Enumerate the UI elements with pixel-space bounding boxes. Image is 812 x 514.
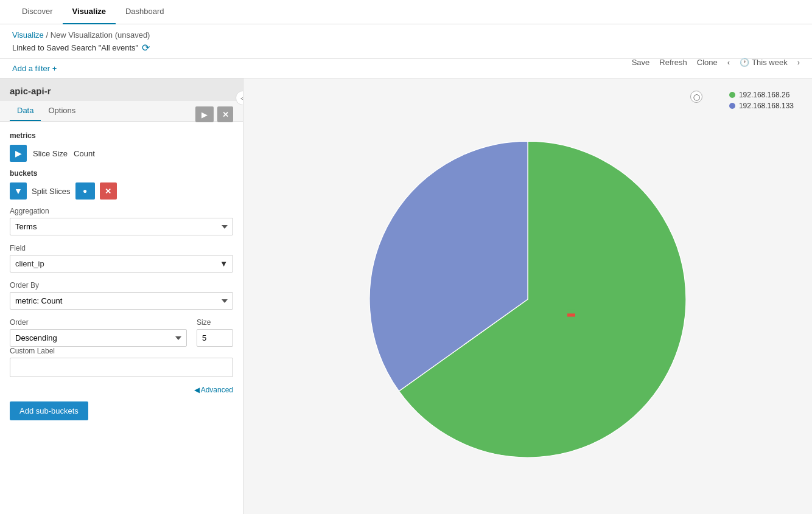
legend-item-2[interactable]: 192.168.168.133 <box>729 102 794 110</box>
clone-button[interactable]: Clone <box>697 58 718 67</box>
close-panel-button[interactable]: ✕ <box>217 106 233 122</box>
panel-tabs: Data Options ▶ ✕ <box>0 101 243 122</box>
metric-expand-button[interactable]: ▶ <box>10 145 27 162</box>
run-button[interactable]: ▶ <box>195 106 214 122</box>
field-value: client_ip <box>15 259 44 268</box>
advanced-chevron: ◀ <box>194 386 200 394</box>
order-label: Order <box>10 318 187 327</box>
delete-bucket-button[interactable]: ✕ <box>100 182 117 200</box>
custom-label-input[interactable] <box>10 358 233 377</box>
pie-chart-container <box>351 123 704 476</box>
split-expand-button[interactable]: ▼ <box>10 182 27 200</box>
order-by-select[interactable]: metric: Count <box>10 292 233 310</box>
main-layout: apic-api-r Data Options ▶ ✕ metrics ▶ Sl… <box>0 78 812 514</box>
field-label: Field <box>10 244 233 252</box>
size-label: Size <box>197 318 233 327</box>
top-nav: Discover Visualize Dashboard <box>0 0 812 24</box>
time-range-icon: 🕐 <box>740 58 749 67</box>
aggregation-label: Aggregation <box>10 207 233 215</box>
link-search-icon[interactable]: ⟳ <box>142 42 150 54</box>
legend-label-1: 192.168.168.26 <box>739 91 789 99</box>
tab-data[interactable]: Data <box>10 101 41 121</box>
panel-content: metrics ▶ Slice Size Count buckets ▼ Spl… <box>0 122 243 430</box>
breadcrumb-link[interactable]: Visualize <box>12 30 44 40</box>
count-label: Count <box>74 149 95 158</box>
eye-toggle-button[interactable]: ● <box>75 182 95 200</box>
split-row: ▼ Split Slices ● ✕ <box>10 182 233 200</box>
tab-options[interactable]: Options <box>41 101 83 121</box>
time-range-label: This week <box>752 58 788 67</box>
breadcrumb: Visualize / New Visualization (unsaved) <box>12 30 800 40</box>
slice-size-label: Slice Size <box>33 149 68 158</box>
legend-options-icon[interactable]: ◯ <box>690 91 702 103</box>
split-slices-label: Split Slices <box>32 187 71 196</box>
order-select[interactable]: Descending Ascending <box>10 329 187 347</box>
advanced-label: Advanced <box>201 386 233 394</box>
header-area: Visualize / New Visualization (unsaved) … <box>0 24 812 59</box>
time-prev-button[interactable]: ‹ <box>727 58 730 67</box>
page-title: New Visualization (unsaved) <box>51 30 150 40</box>
advanced-link[interactable]: ◀ Advanced <box>10 386 233 394</box>
metric-row: ▶ Slice Size Count <box>10 145 233 162</box>
legend-label-2: 192.168.168.133 <box>739 102 794 110</box>
nav-item-discover[interactable]: Discover <box>12 0 63 24</box>
linked-search-text: Linked to Saved Search "All events" <box>12 43 138 52</box>
panel-title: apic-api-r <box>0 78 243 101</box>
aggregation-select[interactable]: Terms Filters <box>10 218 233 235</box>
legend-dot-1 <box>729 92 735 98</box>
linked-search: Linked to Saved Search "All events" ⟳ <box>12 42 800 54</box>
size-group: Size <box>197 318 233 347</box>
field-group: Field client_ip ▼ <box>10 244 233 273</box>
order-by-group: Order By metric: Count <box>10 281 233 310</box>
order-by-label: Order By <box>10 281 233 290</box>
order-size-row: Order Descending Ascending Size <box>10 318 233 347</box>
panel-actions: ▶ ✕ <box>195 106 233 122</box>
time-next-button[interactable]: › <box>797 58 800 67</box>
metrics-label: metrics <box>10 131 233 140</box>
field-dropdown-icon: ▼ <box>220 259 228 268</box>
add-sub-buckets-button[interactable]: Add sub-buckets <box>10 401 88 420</box>
buckets-label: buckets <box>10 169 233 178</box>
nav-item-visualize[interactable]: Visualize <box>63 0 116 24</box>
pie-chart <box>369 141 686 457</box>
header-actions: Save Refresh Clone ‹ 🕐 This week › <box>632 58 800 67</box>
breadcrumb-separator: / <box>46 30 50 40</box>
field-select[interactable]: client_ip ▼ <box>10 255 233 273</box>
legend-dot-2 <box>729 103 735 109</box>
aggregation-group: Aggregation Terms Filters <box>10 207 233 235</box>
refresh-button[interactable]: Refresh <box>659 58 687 67</box>
left-panel: apic-api-r Data Options ▶ ✕ metrics ▶ Sl… <box>0 78 243 514</box>
save-button[interactable]: Save <box>632 58 650 67</box>
nav-item-dashboard[interactable]: Dashboard <box>116 0 174 24</box>
custom-label-group: Custom Label <box>10 347 233 377</box>
legend-item-1[interactable]: 192.168.168.26 <box>729 91 794 99</box>
legend: 192.168.168.26 192.168.168.133 <box>729 91 794 113</box>
viz-area: ◯ 192.168.168.26 192.168.168.133 <box>243 78 812 514</box>
order-group: Order Descending Ascending <box>10 318 187 347</box>
buckets-section: buckets ▼ Split Slices ● ✕ Aggregation T… <box>10 169 233 420</box>
add-filter-button[interactable]: Add a filter + <box>12 64 57 73</box>
custom-label-label: Custom Label <box>10 347 233 355</box>
size-input[interactable] <box>197 329 233 347</box>
time-range[interactable]: 🕐 This week <box>740 58 788 67</box>
